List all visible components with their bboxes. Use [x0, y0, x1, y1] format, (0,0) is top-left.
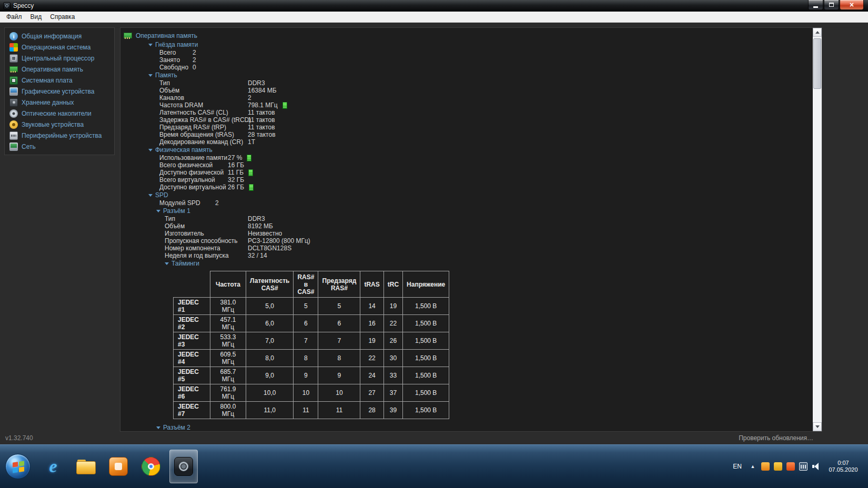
table-cell: 6	[318, 315, 360, 332]
row-label: Каналов	[159, 94, 248, 101]
start-button[interactable]	[5, 454, 31, 479]
info-row: Латентность CAS# (CL)11 тактов	[159, 109, 813, 116]
close-button[interactable]: ×	[840, 0, 864, 10]
table-cell: 7,0	[246, 332, 294, 350]
row-label: Время обращения (tRAS)	[159, 131, 248, 138]
group-timings[interactable]: Тайминги	[165, 259, 813, 268]
sidebar-item-storage[interactable]: Хранение данных	[5, 97, 114, 108]
sidebar: Общая информацияОперационная системаЦент…	[4, 27, 115, 155]
page-title: Оперативная память	[136, 32, 197, 39]
tray-app-amber-icon[interactable]	[774, 462, 782, 471]
storage-icon	[9, 98, 18, 107]
internet-explorer-taskbar-button[interactable]	[39, 450, 67, 483]
row-value: 16384 МБ	[248, 87, 277, 94]
sidebar-item-os[interactable]: Операционная система	[5, 42, 114, 53]
info-row: Всего2	[159, 49, 813, 56]
content-panel: Оперативная память Гнёзда памятиВсего2За…	[120, 27, 822, 432]
group-slot-1[interactable]: Разъём 1	[156, 207, 813, 215]
audio-icon	[9, 120, 18, 129]
sidebar-item-network[interactable]: Сеть	[5, 141, 114, 152]
sidebar-item-audio[interactable]: Звуковые устройства	[5, 119, 114, 130]
sidebar-item-cpu[interactable]: Центральный процессор	[5, 53, 114, 64]
content-tree: Гнёзда памятиВсего2Занято2Свободно0Памят…	[120, 40, 813, 431]
sidebar-item-label: Общая информация	[22, 33, 82, 40]
volume-icon[interactable]	[812, 462, 820, 471]
row-value: 32 ГБ	[228, 176, 244, 184]
info-row: ИзготовительНеизвестно	[165, 230, 813, 237]
column-header: Предзаряд RAS#	[318, 271, 360, 298]
group-memory[interactable]: Память	[148, 71, 813, 79]
keyboard-icon[interactable]	[799, 462, 808, 471]
motherboard-icon	[9, 76, 18, 85]
vertical-scrollbar[interactable]	[813, 28, 822, 431]
level-indicator-icon	[247, 155, 251, 161]
group-label: Гнёзда памяти	[155, 41, 198, 48]
sidebar-item-summary[interactable]: Общая информация	[5, 30, 114, 42]
row-label: Задержка RAS# в CAS# (tRCD)	[159, 116, 248, 124]
sidebar-item-optical[interactable]: Оптические накопители	[5, 108, 114, 119]
sidebar-item-graphics[interactable]: Графические устройства	[5, 86, 114, 97]
optical-icon	[9, 109, 18, 118]
row-value: 2	[193, 56, 196, 64]
orange-app-taskbar-button[interactable]	[104, 450, 133, 483]
row-header: JEDEC #7	[174, 402, 210, 419]
table-cell: 8,0	[246, 350, 294, 367]
row-value: 11 тактов	[248, 116, 275, 124]
minimize-button[interactable]	[808, 0, 823, 10]
group-spd[interactable]: SPD	[148, 191, 813, 199]
info-row: Всего виртуальной32 ГБ	[159, 176, 813, 184]
maximize-button[interactable]	[824, 0, 839, 10]
collapse-arrow-icon	[148, 44, 153, 46]
table-cell: 800.0 МГц	[210, 402, 246, 419]
sidebar-item-label: Хранение данных	[22, 99, 74, 106]
language-indicator[interactable]: EN	[731, 462, 744, 471]
taskbar-clock[interactable]: 0:07 07.05.2020	[825, 460, 862, 473]
content-inner: Оперативная память Гнёзда памятиВсего2За…	[120, 28, 813, 431]
row-label: Доступно виртуальной	[159, 184, 228, 191]
menu-item[interactable]: Файл	[2, 12, 26, 22]
menu-item[interactable]: Справка	[46, 12, 79, 22]
sidebar-item-motherboard[interactable]: Системная плата	[5, 75, 114, 86]
peripherals-icon	[9, 131, 18, 140]
menu-item[interactable]: Вид	[26, 12, 46, 22]
info-row: Время обращения (tRAS)28 тактов	[159, 131, 813, 138]
sidebar-item-label: Оперативная память	[22, 66, 83, 73]
row-value: 26 ГБ	[228, 184, 244, 191]
row-label: Изготовитель	[165, 230, 248, 237]
row-header: JEDEC #6	[174, 384, 210, 402]
window-title: Speccy	[13, 2, 34, 9]
clock-time: 0:07	[825, 460, 862, 466]
scrollbar-thumb[interactable]	[813, 38, 821, 89]
hidden-icons-arrow-icon[interactable]	[749, 462, 757, 471]
chrome-taskbar-button[interactable]	[137, 450, 165, 483]
speccy-taskbar-button[interactable]	[169, 450, 198, 483]
version-label: v1.32.740	[5, 434, 33, 442]
table-cell: 11,0	[246, 402, 294, 419]
page-header: Оперативная память	[124, 31, 813, 40]
tray-app-red-icon[interactable]	[786, 462, 795, 471]
group-physical-memory[interactable]: Физическая память	[148, 146, 813, 154]
sidebar-item-ram[interactable]: Оперативная память	[5, 64, 114, 75]
info-row: Пропускная способностьPC3-12800 (800 МГц…	[165, 237, 813, 245]
sidebar-item-peripherals[interactable]: Периферийные устройства	[5, 130, 114, 141]
info-row: Свободно0	[159, 64, 813, 71]
check-updates-link[interactable]: Проверить обновления…	[739, 434, 813, 442]
sidebar-item-label: Системная плата	[22, 77, 73, 84]
table-cell: 19	[360, 332, 383, 350]
row-header: JEDEC #3	[174, 332, 210, 350]
row-value: 798.1 МГц	[248, 101, 278, 109]
group-memory-slots[interactable]: Гнёзда памяти	[148, 40, 813, 49]
table-cell: 1,500 В	[403, 367, 449, 384]
column-header: Латентность CAS#	[246, 271, 294, 298]
table-cell: 14	[360, 298, 383, 315]
row-label: Тип	[159, 79, 248, 87]
level-indicator-icon	[249, 184, 254, 191]
row-value: 2	[215, 199, 219, 207]
windows-explorer-taskbar-button[interactable]	[72, 450, 100, 483]
scroll-down-button[interactable]	[813, 422, 822, 431]
scroll-up-button[interactable]	[813, 28, 822, 37]
tray-app-orange-icon[interactable]	[761, 462, 770, 471]
group-slot-2[interactable]: Разъём 2	[156, 423, 813, 431]
table-cell: 6,0	[246, 315, 294, 332]
titlebar[interactable]: Speccy ×	[0, 0, 868, 12]
